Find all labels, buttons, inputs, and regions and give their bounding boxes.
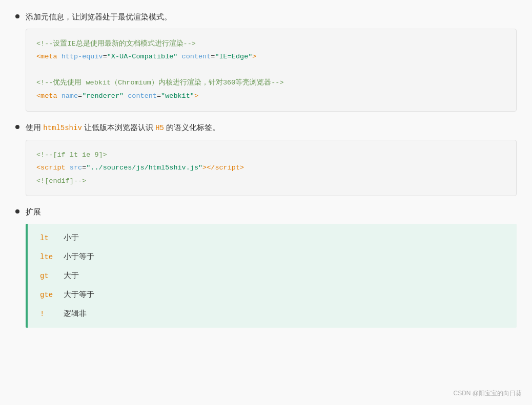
bullet2-text-after: 的语义化标签。 <box>166 123 220 132</box>
code-line-1-4: <meta name="renderer" content="webkit"> <box>36 90 506 103</box>
bullet3-text: 扩展 <box>26 207 41 216</box>
bullet-item-1: 添加元信息，让浏览器处于最优渲染模式。 <!--设置IE总是使用最新的文档模式进… <box>15 10 517 112</box>
expand-keyword-gt: gt <box>40 272 58 280</box>
bullet-content-2: 使用 html5shiv 让低版本浏览器认识 H5 的语义化标签。 <!--[i… <box>26 121 517 197</box>
attr-value-src: "../sources/js/html5shiv.js" <box>86 164 202 172</box>
bullet2-text-before: 使用 <box>26 123 41 132</box>
expand-keyword-lt: lt <box>40 234 58 242</box>
expand-desc-lte: 小于等于 <box>64 252 94 262</box>
watermark: CSDN @阳宝宝的向日葵 <box>453 389 522 398</box>
bullet2-text-middle: 让低版本浏览器认识 <box>84 123 153 132</box>
expand-desc-gte: 大于等于 <box>64 290 94 300</box>
expand-keyword-not: ! <box>40 310 58 318</box>
code-line-2-2: <script src="../sources/js/html5shiv.js"… <box>36 161 506 175</box>
expand-block: lt 小于 lte 小于等于 gt 大于 gte 大于等于 ! 逻辑非 <box>26 224 517 328</box>
code-line-1-1: <!--设置IE总是使用最新的文档模式进行渲染--> <box>36 37 506 51</box>
bullet2-inline-code-2: H5 <box>155 124 164 132</box>
code-line-blank <box>36 63 506 77</box>
tag-script: <script <box>36 164 66 172</box>
bullet-content-1: 添加元信息，让浏览器处于最优渲染模式。 <!--设置IE总是使用最新的文档模式进… <box>26 10 517 112</box>
attr-value-webkit: "webkit" <box>161 92 194 100</box>
attr-content-2: content <box>128 92 157 100</box>
attr-name: name <box>62 92 78 100</box>
attr-content-1: content <box>182 53 211 60</box>
code-block-1: <!--设置IE总是使用最新的文档模式进行渲染--> <meta http-eq… <box>26 29 517 112</box>
bullet-item-3: 扩展 lt 小于 lte 小于等于 gt 大于 gte 大于等于 ! 逻辑非 <box>15 205 517 328</box>
code-block-2: <!--[if lt ie 9]> <script src="../source… <box>26 140 517 197</box>
bullet2-inline-code-1: html5shiv <box>43 124 82 132</box>
attr-src: src <box>70 164 82 172</box>
bullet-text-2: 使用 html5shiv 让低版本浏览器认识 H5 的语义化标签。 <box>26 121 517 135</box>
bullet-content-3: 扩展 lt 小于 lte 小于等于 gt 大于 gte 大于等于 ! 逻辑非 <box>26 205 517 328</box>
bullet-dot-1 <box>15 14 19 18</box>
bullet-item-2: 使用 html5shiv 让低版本浏览器认识 H5 的语义化标签。 <!--[i… <box>15 121 517 197</box>
attr-value-ie-edge: "IE=Edge" <box>215 53 252 60</box>
comment-2: <!--优先使用 webkit（Chromium）内核进行渲染，针对360等壳浏… <box>36 79 284 87</box>
attr-value-ua: "X-UA-Compatible" <box>107 53 178 60</box>
attr-value-renderer: "renderer" <box>82 92 124 100</box>
bullet-dot-2 <box>15 125 19 129</box>
expand-row-lte: lte 小于等于 <box>40 252 504 262</box>
bullet1-text: 添加元信息，让浏览器处于最优渲染模式。 <box>26 12 172 21</box>
expand-keyword-gte: gte <box>40 291 58 299</box>
bullet-text-3: 扩展 <box>26 205 517 219</box>
expand-keyword-lte: lte <box>40 253 58 261</box>
comment-1: <!--设置IE总是使用最新的文档模式进行渲染--> <box>36 40 196 48</box>
expand-row-not: ! 逻辑非 <box>40 309 504 318</box>
expand-desc-not: 逻辑非 <box>64 309 87 318</box>
comment-4: <![endif]--> <box>36 177 86 185</box>
code-line-2-3: <![endif]--> <box>36 175 506 188</box>
expand-row-gte: gte 大于等于 <box>40 290 504 300</box>
bullet-text-1: 添加元信息，让浏览器处于最优渲染模式。 <box>26 10 517 24</box>
expand-desc-gt: 大于 <box>64 271 79 281</box>
code-line-1-2: <meta http-equiv="X-UA-Compatible" conte… <box>36 50 506 63</box>
tag-meta-2: <meta <box>36 92 57 100</box>
expand-desc-lt: 小于 <box>64 233 79 243</box>
code-line-1-3: <!--优先使用 webkit（Chromium）内核进行渲染，针对360等壳浏… <box>36 76 506 90</box>
expand-row-lt: lt 小于 <box>40 233 504 243</box>
expand-row-gt: gt 大于 <box>40 271 504 281</box>
attr-http-equiv: http-equiv <box>62 53 103 60</box>
bullet-dot-3 <box>15 209 19 214</box>
tag-meta-1: <meta <box>36 53 57 60</box>
comment-3: <!--[if lt ie 9]> <box>36 151 107 159</box>
code-line-2-1: <!--[if lt ie 9]> <box>36 148 506 162</box>
